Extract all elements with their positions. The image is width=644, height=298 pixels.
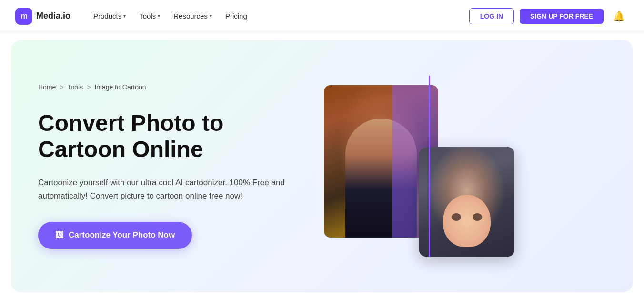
nav-item-resources[interactable]: Resources ▾ <box>168 8 218 24</box>
breadcrumb-sep-1: > <box>60 83 63 91</box>
cartoon-face <box>443 195 491 247</box>
after-image <box>419 147 514 257</box>
content-right <box>324 76 524 257</box>
main-content: Home > Tools > Image to Cartoon Convert … <box>11 40 633 292</box>
logo-text: Media.io <box>36 11 70 21</box>
breadcrumb-sep-2: > <box>87 83 91 91</box>
nav-tools-label: Tools <box>139 12 156 20</box>
nav-resources-label: Resources <box>173 12 208 20</box>
nav-item-pricing[interactable]: Pricing <box>220 8 253 24</box>
notification-bell-icon[interactable]: 🔔 <box>609 9 629 24</box>
logo-icon: m <box>15 8 32 25</box>
nav-pricing-label: Pricing <box>225 12 247 20</box>
nav-products-label: Products <box>93 12 121 20</box>
chevron-down-icon: ▾ <box>123 13 126 19</box>
nav-links: Products ▾ Tools ▾ Resources ▾ Pricing <box>88 8 469 24</box>
cta-button[interactable]: 🖼 Cartoonize Your Photo Now <box>38 222 192 249</box>
hero-title: Convert Photo to Cartoon Online <box>38 110 305 162</box>
nav-actions: LOG IN SIGN UP FOR FREE 🔔 <box>469 8 629 24</box>
comparison-divider <box>429 76 430 257</box>
breadcrumb-home[interactable]: Home <box>38 83 56 91</box>
cartoon-background <box>419 147 514 257</box>
navbar: m Media.io Products ▾ Tools ▾ Resources … <box>0 0 644 32</box>
chevron-down-icon: ▾ <box>210 13 212 19</box>
nav-item-products[interactable]: Products ▾ <box>88 8 131 24</box>
breadcrumb: Home > Tools > Image to Cartoon <box>38 83 305 91</box>
cta-label: Cartoonize Your Photo Now <box>69 230 175 240</box>
content-left: Home > Tools > Image to Cartoon Convert … <box>38 83 324 248</box>
login-button[interactable]: LOG IN <box>469 8 514 24</box>
logo[interactable]: m Media.io <box>15 8 70 25</box>
nav-item-tools[interactable]: Tools ▾ <box>133 8 166 24</box>
breadcrumb-current: Image to Cartoon <box>94 83 146 91</box>
hero-description: Cartoonize yourself with our ultra cool … <box>38 176 295 203</box>
upload-icon: 🖼 <box>55 230 64 240</box>
breadcrumb-tools[interactable]: Tools <box>68 83 83 91</box>
chevron-down-icon: ▾ <box>158 13 160 19</box>
signup-button[interactable]: SIGN UP FOR FREE <box>520 9 604 24</box>
